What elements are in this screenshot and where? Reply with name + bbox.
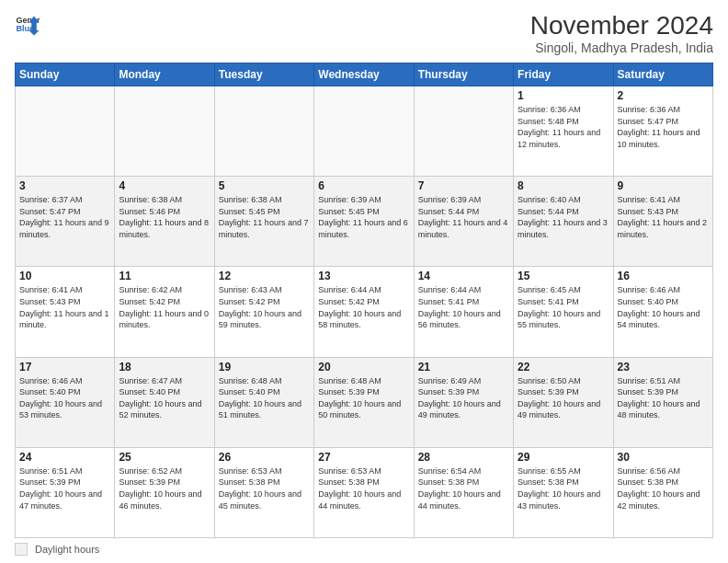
day-cell: 5Sunrise: 6:38 AM Sunset: 5:45 PM Daylig… xyxy=(214,177,313,267)
day-cell: 22Sunrise: 6:50 AM Sunset: 5:39 PM Dayli… xyxy=(514,357,613,447)
header-row: SundayMondayTuesdayWednesdayThursdayFrid… xyxy=(16,63,713,86)
footer: Daylight hours xyxy=(15,543,713,556)
week-row-2: 10Sunrise: 6:41 AM Sunset: 5:43 PM Dayli… xyxy=(16,267,713,357)
week-row-1: 3Sunrise: 6:37 AM Sunset: 5:47 PM Daylig… xyxy=(16,177,713,267)
col-header-monday: Monday xyxy=(115,63,214,86)
day-cell xyxy=(314,86,414,177)
daylight-label: Daylight hours xyxy=(35,544,99,555)
day-info: Sunrise: 6:52 AM Sunset: 5:39 PM Dayligh… xyxy=(119,465,210,511)
col-header-saturday: Saturday xyxy=(613,63,712,86)
col-header-tuesday: Tuesday xyxy=(214,63,313,86)
day-number: 7 xyxy=(418,179,509,192)
day-info: Sunrise: 6:44 AM Sunset: 5:41 PM Dayligh… xyxy=(418,284,509,330)
day-cell: 21Sunrise: 6:49 AM Sunset: 5:39 PM Dayli… xyxy=(414,357,513,447)
col-header-wednesday: Wednesday xyxy=(314,63,414,86)
day-cell: 6Sunrise: 6:39 AM Sunset: 5:45 PM Daylig… xyxy=(314,177,414,267)
day-info: Sunrise: 6:40 AM Sunset: 5:44 PM Dayligh… xyxy=(518,194,609,240)
day-number: 26 xyxy=(219,451,310,464)
day-number: 4 xyxy=(119,179,210,192)
day-number: 28 xyxy=(418,451,509,464)
day-info: Sunrise: 6:49 AM Sunset: 5:39 PM Dayligh… xyxy=(418,375,509,421)
day-number: 8 xyxy=(518,179,609,192)
day-cell xyxy=(414,86,513,177)
day-cell xyxy=(115,86,214,177)
day-info: Sunrise: 6:46 AM Sunset: 5:40 PM Dayligh… xyxy=(618,284,709,330)
day-number: 1 xyxy=(518,89,609,102)
day-cell: 16Sunrise: 6:46 AM Sunset: 5:40 PM Dayli… xyxy=(613,267,712,357)
day-info: Sunrise: 6:36 AM Sunset: 5:48 PM Dayligh… xyxy=(518,104,609,150)
title-area: November 2024 Singoli, Madhya Pradesh, I… xyxy=(530,11,713,55)
day-number: 5 xyxy=(219,179,310,192)
day-info: Sunrise: 6:48 AM Sunset: 5:40 PM Dayligh… xyxy=(219,375,310,421)
day-info: Sunrise: 6:38 AM Sunset: 5:46 PM Dayligh… xyxy=(119,194,210,240)
day-cell: 25Sunrise: 6:52 AM Sunset: 5:39 PM Dayli… xyxy=(115,447,214,537)
day-cell xyxy=(214,86,313,177)
day-number: 23 xyxy=(618,361,709,373)
day-number: 17 xyxy=(19,361,110,373)
day-info: Sunrise: 6:50 AM Sunset: 5:39 PM Dayligh… xyxy=(518,375,609,421)
logo-icon: General Blue xyxy=(15,11,40,37)
day-number: 24 xyxy=(19,451,110,464)
day-info: Sunrise: 6:41 AM Sunset: 5:43 PM Dayligh… xyxy=(618,194,709,240)
day-info: Sunrise: 6:55 AM Sunset: 5:38 PM Dayligh… xyxy=(518,465,609,511)
day-info: Sunrise: 6:45 AM Sunset: 5:41 PM Dayligh… xyxy=(518,284,609,330)
day-number: 20 xyxy=(318,361,409,373)
day-number: 30 xyxy=(618,451,709,464)
week-row-4: 24Sunrise: 6:51 AM Sunset: 5:39 PM Dayli… xyxy=(16,447,713,537)
day-number: 19 xyxy=(219,361,310,373)
day-cell: 4Sunrise: 6:38 AM Sunset: 5:46 PM Daylig… xyxy=(115,177,214,267)
month-title: November 2024 xyxy=(530,11,713,40)
day-cell: 10Sunrise: 6:41 AM Sunset: 5:43 PM Dayli… xyxy=(16,267,115,357)
day-info: Sunrise: 6:46 AM Sunset: 5:40 PM Dayligh… xyxy=(19,375,110,421)
day-info: Sunrise: 6:51 AM Sunset: 5:39 PM Dayligh… xyxy=(19,465,110,511)
day-number: 9 xyxy=(618,179,709,192)
day-info: Sunrise: 6:53 AM Sunset: 5:38 PM Dayligh… xyxy=(219,465,310,511)
day-info: Sunrise: 6:41 AM Sunset: 5:43 PM Dayligh… xyxy=(19,284,110,330)
day-info: Sunrise: 6:39 AM Sunset: 5:45 PM Dayligh… xyxy=(318,194,409,240)
day-cell: 17Sunrise: 6:46 AM Sunset: 5:40 PM Dayli… xyxy=(16,357,115,447)
day-cell: 20Sunrise: 6:48 AM Sunset: 5:39 PM Dayli… xyxy=(314,357,414,447)
day-number: 29 xyxy=(518,451,609,464)
day-cell: 3Sunrise: 6:37 AM Sunset: 5:47 PM Daylig… xyxy=(16,177,115,267)
day-cell: 24Sunrise: 6:51 AM Sunset: 5:39 PM Dayli… xyxy=(16,447,115,537)
day-cell: 30Sunrise: 6:56 AM Sunset: 5:38 PM Dayli… xyxy=(613,447,712,537)
day-info: Sunrise: 6:36 AM Sunset: 5:47 PM Dayligh… xyxy=(618,104,709,150)
day-number: 16 xyxy=(618,270,709,282)
day-info: Sunrise: 6:51 AM Sunset: 5:39 PM Dayligh… xyxy=(618,375,709,421)
subtitle: Singoli, Madhya Pradesh, India xyxy=(530,40,713,55)
day-number: 21 xyxy=(418,361,509,373)
day-number: 2 xyxy=(618,89,709,102)
day-cell xyxy=(16,86,115,177)
day-number: 3 xyxy=(19,179,110,192)
day-info: Sunrise: 6:42 AM Sunset: 5:42 PM Dayligh… xyxy=(119,284,210,330)
day-cell: 2Sunrise: 6:36 AM Sunset: 5:47 PM Daylig… xyxy=(613,86,712,177)
day-cell: 19Sunrise: 6:48 AM Sunset: 5:40 PM Dayli… xyxy=(214,357,313,447)
day-cell: 18Sunrise: 6:47 AM Sunset: 5:40 PM Dayli… xyxy=(115,357,214,447)
week-row-0: 1Sunrise: 6:36 AM Sunset: 5:48 PM Daylig… xyxy=(16,86,713,177)
day-number: 11 xyxy=(119,270,210,282)
col-header-sunday: Sunday xyxy=(16,63,115,86)
day-info: Sunrise: 6:38 AM Sunset: 5:45 PM Dayligh… xyxy=(219,194,310,240)
day-number: 25 xyxy=(119,451,210,464)
week-row-3: 17Sunrise: 6:46 AM Sunset: 5:40 PM Dayli… xyxy=(16,357,713,447)
day-cell: 9Sunrise: 6:41 AM Sunset: 5:43 PM Daylig… xyxy=(613,177,712,267)
day-number: 15 xyxy=(518,270,609,282)
day-cell: 27Sunrise: 6:53 AM Sunset: 5:38 PM Dayli… xyxy=(314,447,414,537)
day-cell: 14Sunrise: 6:44 AM Sunset: 5:41 PM Dayli… xyxy=(414,267,513,357)
calendar: SundayMondayTuesdayWednesdayThursdayFrid… xyxy=(15,63,713,538)
day-number: 27 xyxy=(318,451,409,464)
day-cell: 23Sunrise: 6:51 AM Sunset: 5:39 PM Dayli… xyxy=(613,357,712,447)
day-number: 12 xyxy=(219,270,310,282)
day-info: Sunrise: 6:39 AM Sunset: 5:44 PM Dayligh… xyxy=(418,194,509,240)
day-cell: 1Sunrise: 6:36 AM Sunset: 5:48 PM Daylig… xyxy=(514,86,613,177)
page: General Blue November 2024 Singoli, Madh… xyxy=(0,0,728,563)
header: General Blue November 2024 Singoli, Madh… xyxy=(15,11,713,55)
day-info: Sunrise: 6:37 AM Sunset: 5:47 PM Dayligh… xyxy=(19,194,110,240)
day-number: 18 xyxy=(119,361,210,373)
day-info: Sunrise: 6:54 AM Sunset: 5:38 PM Dayligh… xyxy=(418,465,509,511)
day-cell: 28Sunrise: 6:54 AM Sunset: 5:38 PM Dayli… xyxy=(414,447,513,537)
day-cell: 12Sunrise: 6:43 AM Sunset: 5:42 PM Dayli… xyxy=(214,267,313,357)
day-cell: 29Sunrise: 6:55 AM Sunset: 5:38 PM Dayli… xyxy=(514,447,613,537)
day-cell: 15Sunrise: 6:45 AM Sunset: 5:41 PM Dayli… xyxy=(514,267,613,357)
day-number: 13 xyxy=(318,270,409,282)
